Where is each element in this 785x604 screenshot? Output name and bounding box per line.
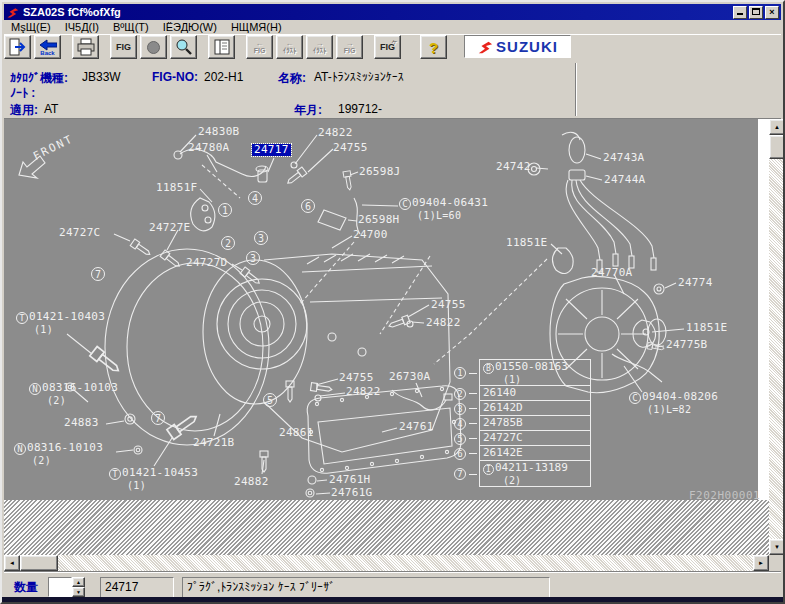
part-label[interactable]: T01421-10453(1) (109, 467, 198, 491)
menu-item[interactable]: НЩМЯ(H) (224, 21, 289, 33)
part-label[interactable]: 24775B (666, 339, 708, 351)
legend-number: 3 (454, 403, 466, 415)
legend-row[interactable]: 3 26142D (454, 401, 591, 416)
part-label[interactable]: 24822 (318, 127, 353, 139)
maximize-button[interactable] (749, 6, 763, 19)
part-label[interactable]: 24744A (604, 174, 646, 186)
callout-marker[interactable]: 3 (246, 251, 260, 265)
minimize-button[interactable] (733, 6, 747, 19)
legend-row[interactable]: 6 26142E (454, 446, 591, 461)
part-number-text: 24774 (678, 276, 713, 289)
part-label[interactable]: 24822 (426, 317, 461, 329)
part-label[interactable]: 24743A (603, 152, 645, 164)
part-label[interactable]: 24883 (64, 417, 99, 429)
vertical-scrollbar-thumb[interactable] (769, 135, 785, 159)
part-label[interactable]: 24761 (399, 421, 434, 433)
callout-marker[interactable]: 7 (151, 411, 165, 425)
image-toggle-button[interactable] (140, 35, 167, 59)
help-button[interactable]: ? (420, 35, 447, 59)
exit-button[interactable] (4, 35, 31, 59)
scroll-left-button[interactable]: ◄ (4, 555, 20, 571)
magnifier-icon (175, 38, 193, 56)
part-label[interactable]: 11851E (686, 322, 728, 334)
part-label[interactable]: 24727E (149, 222, 191, 234)
menu-item[interactable]: ІЧ5Д(I) (58, 21, 106, 33)
part-label[interactable]: 11851E (506, 237, 548, 249)
legend-row[interactable]: 1 B01550-08163(1) (454, 360, 591, 386)
menu-item[interactable]: MşЩ(E) (4, 21, 58, 33)
menu-item[interactable]: ВºЩ(T) (106, 21, 156, 33)
part-label[interactable]: N08316-10103(2) (29, 382, 118, 406)
print-button[interactable] (72, 35, 99, 59)
scroll-right-button[interactable]: ► (753, 555, 769, 571)
callout-marker[interactable]: 7 (91, 267, 105, 281)
callout-marker[interactable]: 3 (254, 231, 268, 245)
vertical-scrollbar-track[interactable] (769, 119, 785, 555)
part-label[interactable]: T01421-10403(1) (16, 311, 105, 335)
index-book-icon (213, 38, 231, 56)
legend-row[interactable]: 7 I04211-13189(2) (454, 461, 591, 487)
part-label[interactable]: 24770A (591, 267, 633, 279)
part-label[interactable]: 24717 (252, 144, 291, 156)
menu-item[interactable]: ІЁЭДЮ(W) (156, 21, 224, 33)
callout-marker[interactable]: 6 (301, 199, 315, 213)
apply-value: AT (44, 102, 58, 116)
callout-marker[interactable]: 2 (221, 236, 235, 250)
part-label[interactable]: 24882 (234, 476, 269, 488)
part-label[interactable]: 24727D (186, 257, 228, 269)
zoom-button[interactable] (170, 35, 197, 59)
quantity-up-button[interactable]: ▲ (72, 577, 85, 587)
fig-search-button[interactable]: ヶ FIG (374, 35, 401, 59)
part-number-text: 24755 (431, 298, 466, 311)
close-icon: × (769, 7, 774, 17)
part-number-text: 26598J (359, 165, 401, 178)
part-label[interactable]: C09404-08206(1)L=82 (629, 391, 718, 415)
prev-fig-button[interactable]: ← FIG (246, 35, 273, 59)
part-label[interactable]: 24727C (59, 227, 101, 239)
callout-marker[interactable]: 5 (263, 393, 277, 407)
part-label[interactable]: 24755 (431, 299, 466, 311)
close-button[interactable]: × (765, 6, 779, 19)
part-label[interactable]: 26730A (389, 371, 431, 383)
next-fig-button[interactable]: → FIG (336, 35, 363, 59)
part-label[interactable]: 24755 (333, 142, 368, 154)
part-number-text: 01421-10403 (29, 310, 105, 323)
next-illust-button[interactable]: → ｲﾗｽﾄ (306, 35, 333, 59)
callout-marker[interactable]: 1 (218, 203, 232, 217)
part-label[interactable]: 24721B (193, 437, 235, 449)
date-label: 年月: (294, 102, 322, 119)
part-label[interactable]: F202H00001 (689, 490, 760, 502)
scroll-down-button[interactable]: ▼ (769, 539, 785, 555)
scroll-up-button[interactable]: ▲ (769, 119, 785, 135)
legend-row[interactable]: 5 24727C (454, 431, 591, 446)
part-label[interactable]: 24861 (279, 427, 314, 439)
part-label[interactable]: 24742 (496, 161, 531, 173)
part-label[interactable]: N08316-10103(2) (14, 442, 103, 466)
index-button[interactable] (208, 35, 235, 59)
suzuki-logo: SUZUKI (464, 35, 571, 58)
legend-row[interactable]: 4 24785B (454, 416, 591, 431)
part-label[interactable]: 24830B (198, 126, 240, 138)
fig-button[interactable]: FIG (110, 35, 137, 59)
part-label[interactable]: 26598J (359, 166, 401, 178)
part-label[interactable]: 24780A (188, 142, 230, 154)
part-number-text: 09404-08206 (642, 390, 718, 403)
quantity-input[interactable] (48, 577, 72, 597)
part-label[interactable]: 24700 (353, 229, 388, 241)
part-label[interactable]: 24761H (329, 474, 371, 486)
part-label[interactable]: 24774 (678, 277, 713, 289)
quantity-down-button[interactable]: ▼ (72, 587, 85, 597)
part-label[interactable]: 26598H (358, 214, 400, 226)
horizontal-scrollbar-thumb[interactable] (20, 555, 58, 571)
callout-marker[interactable]: 4 (248, 191, 262, 205)
part-label[interactable]: 24755 (339, 372, 374, 384)
part-label[interactable]: 11851F (156, 182, 198, 194)
back-button[interactable]: Back (34, 35, 61, 59)
horizontal-scrollbar-track[interactable] (4, 555, 769, 571)
part-label[interactable]: 24761G (331, 487, 373, 499)
part-label[interactable]: 24822 (346, 386, 381, 398)
part-number-text: 24717 (254, 143, 289, 156)
prev-illust-button[interactable]: ← ｲﾗｽﾄ (276, 35, 303, 59)
legend-row[interactable]: 2 26140 (454, 386, 591, 401)
part-label[interactable]: C09404-06431(1)L=60 (399, 197, 488, 221)
